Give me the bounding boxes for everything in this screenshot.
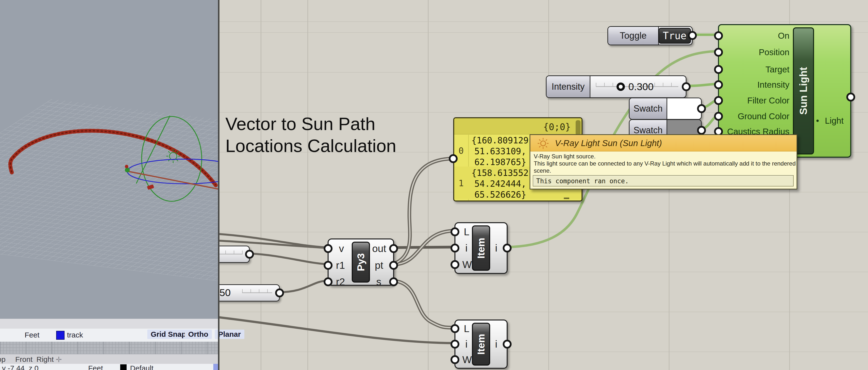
input-port-r2[interactable]	[324, 277, 333, 286]
component-tooltip: V-Ray Light Sun (Sun Light) V-Ray Sun li…	[530, 134, 797, 189]
input-port-v[interactable]	[324, 244, 333, 253]
tab-right[interactable]: Right	[36, 355, 54, 364]
input-port-target[interactable]	[714, 65, 723, 74]
panel-tree-path: {0;0}	[544, 122, 571, 132]
output-port-light[interactable]	[846, 93, 855, 101]
output-port-pt[interactable]	[389, 261, 398, 270]
rhino-window: Feet track Grid Snap Ortho Planar Top Fr…	[0, 0, 219, 370]
component-name-band[interactable]: Py3	[352, 242, 370, 282]
input-label-position: Position	[719, 47, 789, 57]
tooltip-line: This light source can be connected to an…	[534, 160, 797, 174]
input-label-r1: r1	[336, 260, 345, 271]
output-port-out[interactable]	[389, 244, 398, 253]
toggle-label-section: Toggle	[608, 27, 659, 44]
colour-swatch-1[interactable]: Swatch	[629, 97, 702, 120]
row-index: 1	[454, 178, 468, 188]
sun-icon	[536, 136, 550, 150]
row-value-line: {156.306791	[471, 199, 529, 202]
slider-output-port[interactable]	[682, 82, 691, 91]
input-port-L[interactable]	[451, 227, 459, 236]
origin-marker-red	[125, 165, 128, 168]
component-name-band[interactable]: Item	[472, 225, 490, 271]
ortho-label: Ortho	[188, 330, 208, 338]
swatch-color-white[interactable]	[666, 98, 701, 119]
sun-path-arc	[10, 131, 216, 185]
slider-output-port[interactable]	[245, 250, 254, 259]
canvas-annotation-title: Vector to Sun PathLocations Calculation	[225, 113, 396, 157]
slider-value: 0.300	[628, 81, 654, 93]
input-label-i: i	[465, 338, 467, 350]
status-bar: Feet track Grid Snap Ortho Planar	[0, 329, 219, 342]
input-label-filter-color: Filter Color	[719, 96, 789, 105]
ortho-button[interactable]: Ortho	[185, 330, 212, 339]
slider-knob[interactable]	[617, 83, 625, 91]
output-label-pt: pt	[375, 260, 383, 271]
window-divider[interactable]	[218, 0, 219, 370]
input-label-W: W	[462, 259, 472, 270]
output-port-i[interactable]	[503, 244, 512, 252]
panel-row-2: {156.306791	[454, 199, 582, 202]
layer-color-swatch[interactable]	[120, 364, 127, 370]
input-port-filter-color[interactable]	[714, 96, 723, 105]
input-label-W: W	[462, 354, 472, 365]
input-port-L[interactable]	[451, 324, 459, 333]
input-label-ground-color: Ground Color	[719, 111, 789, 121]
input-label-i: i	[465, 242, 467, 254]
input-port-W[interactable]	[451, 260, 459, 269]
grid-snap-button[interactable]: Grid Snap	[147, 330, 189, 339]
list-item-component-2[interactable]: Item L i W i	[455, 319, 508, 369]
input-port-position[interactable]	[714, 48, 723, 57]
panel-scrollbar-thumb[interactable]	[576, 120, 581, 135]
input-label-on: On	[719, 31, 789, 41]
panel-input-port[interactable]	[449, 154, 458, 163]
add-viewport-icon[interactable]: ✛	[56, 355, 62, 364]
input-port-i[interactable]	[451, 244, 459, 252]
slider-label: Intensity	[552, 82, 585, 92]
input-port-r1[interactable]	[324, 261, 333, 270]
python-script-component[interactable]: Py3 v r1 r2 out pt s	[328, 239, 394, 286]
viewport-tabs: Top Front Right ✛	[0, 354, 219, 364]
swatch-label: Swatch	[633, 125, 662, 135]
current-layer-name[interactable]: track	[67, 331, 83, 339]
output-label-out: out	[372, 243, 386, 254]
intensity-slider[interactable]: Intensity 0.300	[546, 75, 686, 98]
swatch-output-port[interactable]	[697, 126, 706, 135]
unit-indicator[interactable]: Feet	[88, 364, 103, 370]
input-port-W[interactable]	[451, 355, 459, 364]
row-value-line: 62.198765}	[474, 157, 526, 167]
input-label-L: L	[464, 323, 469, 334]
row-index: 0	[454, 146, 468, 156]
output-label-i: i	[495, 242, 497, 254]
rhino-perspective-viewport[interactable]	[0, 0, 219, 319]
boolean-toggle[interactable]: Toggle True	[608, 26, 693, 45]
swatch-label: Swatch	[633, 103, 662, 114]
slider-output-port[interactable]	[275, 288, 284, 297]
bottom-status-bar: y -7.44 z 0 Feet Default	[0, 364, 219, 370]
toggle-value-text: True	[663, 30, 686, 41]
input-port-intensity[interactable]	[714, 80, 723, 89]
slider-ticks	[242, 289, 272, 293]
output-label-i: i	[495, 338, 497, 350]
input-label-r2: r2	[336, 276, 345, 287]
viewport-lower-band	[0, 319, 219, 329]
toggle-value[interactable]: True	[658, 28, 691, 43]
toggle-output-port[interactable]	[688, 31, 697, 40]
layer-color-swatch[interactable]	[56, 331, 65, 340]
tooltip-line: V-Ray Sun light source.	[534, 153, 797, 160]
panel-resize-grip[interactable]	[564, 197, 569, 199]
tab-top[interactable]: Top	[0, 355, 5, 364]
tab-front[interactable]: Front	[15, 355, 32, 364]
row-value-line: {160.809129	[471, 135, 529, 145]
output-port-i[interactable]	[503, 340, 512, 348]
output-port-s[interactable]	[389, 277, 398, 286]
output-bullet: •	[816, 116, 819, 125]
input-port-on[interactable]	[714, 31, 723, 40]
component-name-band[interactable]: Item	[472, 323, 490, 366]
input-port-ground-color[interactable]	[714, 112, 723, 121]
unit-indicator[interactable]: Feet	[25, 331, 39, 339]
input-port-i[interactable]	[451, 340, 459, 348]
tooltip-runtime-message: This component ran once.	[536, 177, 629, 185]
swatch-output-port[interactable]	[697, 104, 706, 113]
current-layer-name[interactable]: Default	[130, 364, 153, 370]
list-item-component-1[interactable]: Item L i W i	[455, 222, 508, 274]
